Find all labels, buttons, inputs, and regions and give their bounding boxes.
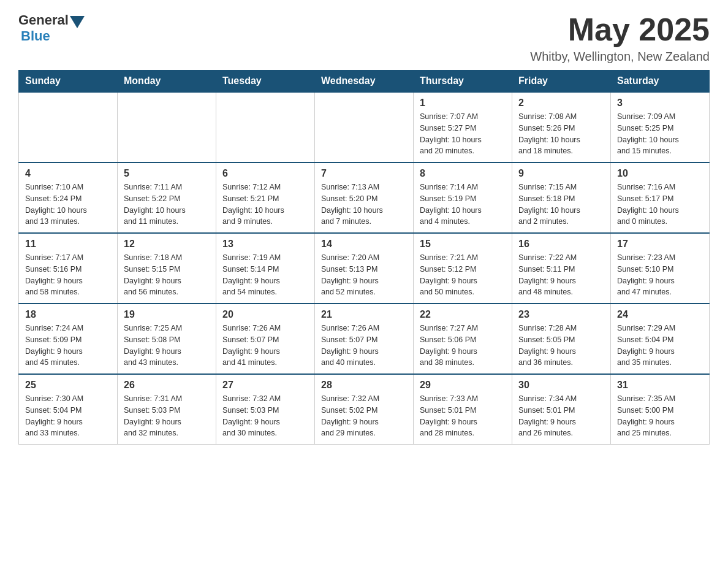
calendar-cell: 4Sunrise: 7:10 AMSunset: 5:24 PMDaylight… [19, 163, 118, 233]
day-info: Sunrise: 7:12 AMSunset: 5:21 PMDaylight:… [222, 182, 308, 228]
day-number: 10 [617, 168, 703, 179]
logo-triangle-icon [70, 16, 85, 28]
weekday-header-saturday: Saturday [611, 71, 710, 93]
calendar-cell [216, 92, 315, 163]
day-number: 24 [617, 309, 703, 320]
month-title: May 2025 [530, 12, 710, 47]
calendar-cell: 17Sunrise: 7:23 AMSunset: 5:10 PMDayligh… [611, 233, 710, 304]
day-info: Sunrise: 7:26 AMSunset: 5:07 PMDaylight:… [321, 323, 407, 369]
calendar-cell: 2Sunrise: 7:08 AMSunset: 5:26 PMDaylight… [512, 92, 611, 163]
day-info: Sunrise: 7:15 AMSunset: 5:18 PMDaylight:… [518, 182, 604, 228]
calendar-cell: 31Sunrise: 7:35 AMSunset: 5:00 PMDayligh… [611, 374, 710, 445]
day-info: Sunrise: 7:08 AMSunset: 5:26 PMDaylight:… [518, 111, 604, 157]
calendar-cell: 8Sunrise: 7:14 AMSunset: 5:19 PMDaylight… [414, 163, 512, 233]
day-number: 21 [321, 309, 407, 320]
day-info: Sunrise: 7:20 AMSunset: 5:13 PMDaylight:… [321, 252, 407, 298]
day-info: Sunrise: 7:25 AMSunset: 5:08 PMDaylight:… [124, 323, 210, 369]
day-info: Sunrise: 7:34 AMSunset: 5:01 PMDaylight:… [518, 393, 604, 439]
day-number: 28 [321, 380, 407, 391]
calendar-cell: 9Sunrise: 7:15 AMSunset: 5:18 PMDaylight… [512, 163, 611, 233]
day-info: Sunrise: 7:30 AMSunset: 5:04 PMDaylight:… [25, 393, 111, 439]
calendar-cell: 20Sunrise: 7:26 AMSunset: 5:07 PMDayligh… [216, 304, 315, 374]
location-text: Whitby, Wellington, New Zealand [530, 50, 710, 64]
day-number: 7 [321, 168, 407, 179]
day-info: Sunrise: 7:18 AMSunset: 5:15 PMDaylight:… [124, 252, 210, 298]
day-number: 17 [617, 239, 703, 250]
day-number: 20 [222, 309, 308, 320]
calendar-cell: 6Sunrise: 7:12 AMSunset: 5:21 PMDaylight… [216, 163, 315, 233]
calendar-cell: 25Sunrise: 7:30 AMSunset: 5:04 PMDayligh… [19, 374, 118, 445]
calendar-cell: 30Sunrise: 7:34 AMSunset: 5:01 PMDayligh… [512, 374, 611, 445]
weekday-header-tuesday: Tuesday [216, 71, 315, 93]
calendar-week-1: 1Sunrise: 7:07 AMSunset: 5:27 PMDaylight… [19, 92, 710, 163]
day-info: Sunrise: 7:23 AMSunset: 5:10 PMDaylight:… [617, 252, 703, 298]
day-info: Sunrise: 7:07 AMSunset: 5:27 PMDaylight:… [420, 111, 506, 157]
title-block: May 2025 Whitby, Wellington, New Zealand [530, 12, 710, 64]
calendar-cell: 16Sunrise: 7:22 AMSunset: 5:11 PMDayligh… [512, 233, 611, 304]
logo-general-text: General [18, 12, 69, 28]
day-info: Sunrise: 7:28 AMSunset: 5:05 PMDaylight:… [518, 323, 604, 369]
calendar-week-4: 18Sunrise: 7:24 AMSunset: 5:09 PMDayligh… [19, 304, 710, 374]
day-info: Sunrise: 7:29 AMSunset: 5:04 PMDaylight:… [617, 323, 703, 369]
day-info: Sunrise: 7:31 AMSunset: 5:03 PMDaylight:… [124, 393, 210, 439]
day-number: 27 [222, 380, 308, 391]
day-number: 15 [420, 239, 506, 250]
calendar-cell: 22Sunrise: 7:27 AMSunset: 5:06 PMDayligh… [414, 304, 512, 374]
day-info: Sunrise: 7:27 AMSunset: 5:06 PMDaylight:… [420, 323, 506, 369]
weekday-header-row: SundayMondayTuesdayWednesdayThursdayFrid… [19, 71, 710, 93]
calendar-table: SundayMondayTuesdayWednesdayThursdayFrid… [18, 70, 710, 445]
calendar-cell: 18Sunrise: 7:24 AMSunset: 5:09 PMDayligh… [19, 304, 118, 374]
day-info: Sunrise: 7:14 AMSunset: 5:19 PMDaylight:… [420, 182, 506, 228]
calendar-cell: 19Sunrise: 7:25 AMSunset: 5:08 PMDayligh… [118, 304, 216, 374]
day-number: 2 [518, 98, 604, 109]
day-info: Sunrise: 7:24 AMSunset: 5:09 PMDaylight:… [25, 323, 111, 369]
day-info: Sunrise: 7:32 AMSunset: 5:02 PMDaylight:… [321, 393, 407, 439]
calendar-cell: 5Sunrise: 7:11 AMSunset: 5:22 PMDaylight… [118, 163, 216, 233]
day-info: Sunrise: 7:22 AMSunset: 5:11 PMDaylight:… [518, 252, 604, 298]
calendar-cell: 24Sunrise: 7:29 AMSunset: 5:04 PMDayligh… [611, 304, 710, 374]
calendar-cell: 13Sunrise: 7:19 AMSunset: 5:14 PMDayligh… [216, 233, 315, 304]
day-info: Sunrise: 7:11 AMSunset: 5:22 PMDaylight:… [124, 182, 210, 228]
logo: General Blue [18, 12, 86, 44]
day-number: 22 [420, 309, 506, 320]
day-info: Sunrise: 7:35 AMSunset: 5:00 PMDaylight:… [617, 393, 703, 439]
weekday-header-sunday: Sunday [19, 71, 118, 93]
day-number: 26 [124, 380, 210, 391]
day-number: 31 [617, 380, 703, 391]
calendar-cell: 10Sunrise: 7:16 AMSunset: 5:17 PMDayligh… [611, 163, 710, 233]
day-info: Sunrise: 7:32 AMSunset: 5:03 PMDaylight:… [222, 393, 308, 439]
weekday-header-friday: Friday [512, 71, 611, 93]
day-info: Sunrise: 7:17 AMSunset: 5:16 PMDaylight:… [25, 252, 111, 298]
calendar-week-2: 4Sunrise: 7:10 AMSunset: 5:24 PMDaylight… [19, 163, 710, 233]
day-number: 5 [124, 168, 210, 179]
weekday-header-monday: Monday [118, 71, 216, 93]
day-number: 11 [25, 239, 111, 250]
logo-blue-text: Blue [21, 28, 50, 44]
day-info: Sunrise: 7:09 AMSunset: 5:25 PMDaylight:… [617, 111, 703, 157]
calendar-cell [315, 92, 414, 163]
day-number: 4 [25, 168, 111, 179]
calendar-cell: 3Sunrise: 7:09 AMSunset: 5:25 PMDaylight… [611, 92, 710, 163]
calendar-cell: 23Sunrise: 7:28 AMSunset: 5:05 PMDayligh… [512, 304, 611, 374]
calendar-cell: 27Sunrise: 7:32 AMSunset: 5:03 PMDayligh… [216, 374, 315, 445]
weekday-header-thursday: Thursday [414, 71, 512, 93]
day-info: Sunrise: 7:33 AMSunset: 5:01 PMDaylight:… [420, 393, 506, 439]
day-number: 30 [518, 380, 604, 391]
day-info: Sunrise: 7:26 AMSunset: 5:07 PMDaylight:… [222, 323, 308, 369]
calendar-week-3: 11Sunrise: 7:17 AMSunset: 5:16 PMDayligh… [19, 233, 710, 304]
day-info: Sunrise: 7:16 AMSunset: 5:17 PMDaylight:… [617, 182, 703, 228]
day-number: 6 [222, 168, 308, 179]
day-number: 29 [420, 380, 506, 391]
calendar-cell: 7Sunrise: 7:13 AMSunset: 5:20 PMDaylight… [315, 163, 414, 233]
day-info: Sunrise: 7:13 AMSunset: 5:20 PMDaylight:… [321, 182, 407, 228]
day-number: 3 [617, 98, 703, 109]
day-info: Sunrise: 7:21 AMSunset: 5:12 PMDaylight:… [420, 252, 506, 298]
day-number: 13 [222, 239, 308, 250]
calendar-cell: 1Sunrise: 7:07 AMSunset: 5:27 PMDaylight… [414, 92, 512, 163]
day-number: 8 [420, 168, 506, 179]
calendar-cell: 26Sunrise: 7:31 AMSunset: 5:03 PMDayligh… [118, 374, 216, 445]
calendar-cell: 11Sunrise: 7:17 AMSunset: 5:16 PMDayligh… [19, 233, 118, 304]
day-number: 1 [420, 98, 506, 109]
calendar-cell [118, 92, 216, 163]
calendar-cell: 12Sunrise: 7:18 AMSunset: 5:15 PMDayligh… [118, 233, 216, 304]
